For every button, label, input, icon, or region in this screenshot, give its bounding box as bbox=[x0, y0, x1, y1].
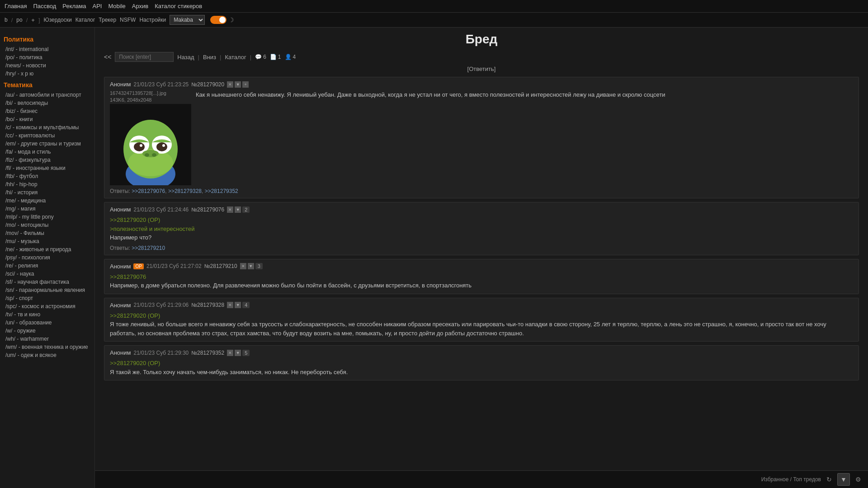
refresh-icon[interactable]: ↻ bbox=[826, 476, 832, 483]
sidebar-item-um[interactable]: /um/ - одеж и всякое bbox=[4, 351, 91, 359]
post-2-greentext: >полезностей и интересностей bbox=[110, 225, 853, 234]
board-nsfw[interactable]: NSFW bbox=[120, 17, 136, 23]
board-link-plus[interactable]: + bbox=[31, 17, 35, 23]
post-5-num[interactable]: №281279352 bbox=[191, 350, 224, 356]
theme-dropdown[interactable]: Makaba Futaba Burichan bbox=[170, 15, 205, 25]
post-4-icon-save[interactable]: ▼ bbox=[235, 302, 241, 308]
sidebar-item-hh[interactable]: /hh/ - hip-hop bbox=[4, 180, 91, 188]
post-2-reply-link-1[interactable]: >>281279210 bbox=[132, 245, 165, 251]
post-1-image[interactable] bbox=[110, 104, 191, 185]
post-5-quote[interactable]: >>281279020 (OP) bbox=[110, 359, 853, 368]
sidebar-item-spc[interactable]: /spc/ - космос и астрономия bbox=[4, 302, 91, 310]
nav-back-link[interactable]: Назад bbox=[177, 54, 194, 61]
sidebar-item-wm[interactable]: /wm/ - военная техника и оружие bbox=[4, 343, 91, 351]
post-icon-save[interactable]: ▼ bbox=[235, 81, 241, 88]
sidebar-item-w[interactable]: /w/ - оружие bbox=[4, 327, 91, 335]
nav-glavnaya[interactable]: Главная bbox=[5, 3, 27, 9]
post-4-date: 21/01/23 Суб 21:29:06 bbox=[133, 302, 189, 308]
svg-point-9 bbox=[162, 144, 165, 147]
nav-catalog-stickers[interactable]: Каталог стикеров bbox=[155, 3, 202, 9]
sidebar-item-hi[interactable]: /hi/ - история bbox=[4, 188, 91, 197]
sidebar-item-cc[interactable]: /cc/ - криптовалюты bbox=[4, 131, 91, 140]
post-icon-x[interactable]: ✕ bbox=[227, 81, 233, 88]
post-icon-expand[interactable]: + bbox=[242, 81, 249, 88]
sidebar-item-sf[interactable]: /sf/ - научная фантастика bbox=[4, 278, 91, 286]
nav-api[interactable]: API bbox=[93, 3, 102, 9]
sidebar-item-mu[interactable]: /mu/ - музыка bbox=[4, 237, 91, 245]
sidebar-item-bi[interactable]: /bi/ - велосипеды bbox=[4, 99, 91, 107]
post-1-reply-link-2[interactable]: >>281279328 bbox=[168, 188, 202, 194]
post-3-date: 21/01/23 Суб 21:27:02 bbox=[146, 263, 202, 269]
post-5-icon-save[interactable]: ▼ bbox=[235, 350, 241, 356]
nav-down-link[interactable]: Вниз bbox=[203, 54, 216, 61]
sidebar-item-ftb[interactable]: /ftb/ - футбол bbox=[4, 172, 91, 180]
post-1-num[interactable]: №281279020 bbox=[191, 81, 224, 88]
sidebar-item-au[interactable]: /au/ - автомобили и транспорт bbox=[4, 91, 91, 99]
theme-toggle[interactable] bbox=[210, 16, 226, 24]
sidebar-item-sn[interactable]: /sn/ - паранормальные явления bbox=[4, 286, 91, 294]
sidebar-item-mov[interactable]: /mov/ - Фильмы bbox=[4, 229, 91, 237]
sidebar-item-fiz[interactable]: /fiz/ - физкультура bbox=[4, 156, 91, 164]
board-settings[interactable]: Настройки bbox=[139, 17, 166, 23]
post-1-reply-link-3[interactable]: >>281279352 bbox=[205, 188, 238, 194]
sidebar-item-wh[interactable]: /wh/ - warhammer bbox=[4, 335, 91, 343]
sidebar-item-biz[interactable]: /biz/ - бизнес bbox=[4, 107, 91, 115]
settings-icon[interactable]: ⚙ bbox=[855, 476, 861, 483]
sidebar-item-news[interactable]: /news/ - новости bbox=[4, 61, 91, 70]
sidebar-item-int[interactable]: /int/ - international bbox=[4, 45, 91, 53]
sidebar-item-un[interactable]: /un/ - образование bbox=[4, 319, 91, 327]
search-input[interactable] bbox=[115, 52, 174, 62]
post-3-icon-save[interactable]: ▼ bbox=[248, 263, 254, 269]
post-2-quote[interactable]: >>281279020 (OP) bbox=[110, 216, 853, 225]
sidebar-item-sci[interactable]: /sci/ - наука bbox=[4, 270, 91, 278]
post-3-icon-x[interactable]: ✕ bbox=[240, 263, 246, 269]
post-2-icon-save[interactable]: ▼ bbox=[235, 206, 241, 213]
scroll-down-button[interactable]: ▼ bbox=[837, 473, 850, 486]
sidebar-item-mlp[interactable]: /mlp/ - my little pony bbox=[4, 213, 91, 221]
board-catalog[interactable]: Каталог bbox=[75, 17, 95, 23]
nav-arrows: << bbox=[104, 53, 111, 61]
post-4-quote[interactable]: >>281279020 (OP) bbox=[110, 311, 853, 320]
post-3-body-text: Например, в доме убраться полезно. Для р… bbox=[110, 281, 853, 290]
nav-reklama[interactable]: Реклама bbox=[62, 3, 86, 9]
board-link-b[interactable]: b bbox=[5, 17, 8, 23]
reply-button[interactable]: [Ответить] bbox=[467, 66, 496, 72]
svg-point-11 bbox=[145, 153, 149, 157]
post-1-reply-link-1[interactable]: >>281279076 bbox=[132, 188, 165, 194]
sidebar-item-fl[interactable]: /fl/ - иностранные языки bbox=[4, 164, 91, 172]
nav-mobile[interactable]: Mobile bbox=[108, 3, 125, 9]
post-5-date: 21/01/23 Суб 21:29:30 bbox=[133, 350, 189, 356]
post-3-quote[interactable]: >>281279076 bbox=[110, 272, 853, 282]
favorites-link[interactable]: Избранное / Топ тредов bbox=[761, 476, 821, 483]
board-userdoski[interactable]: Юзердоски bbox=[44, 17, 72, 23]
board-link-po[interactable]: po bbox=[16, 17, 22, 23]
post-5-icons: ✕ ▼ 5 bbox=[227, 350, 250, 356]
post-3-num[interactable]: №281279210 bbox=[204, 263, 237, 269]
sidebar-item-hry[interactable]: /hry/ - х р ю bbox=[4, 70, 91, 78]
post-1-file-size: 143K6, 2048x2048 bbox=[110, 97, 191, 103]
sidebar-item-mo[interactable]: /mo/ - мотоциклы bbox=[4, 221, 91, 229]
board-tracker[interactable]: Трекер bbox=[99, 17, 116, 23]
sidebar-item-po[interactable]: /po/ - политика bbox=[4, 53, 91, 61]
nav-catalog-link[interactable]: Каталог bbox=[225, 54, 246, 61]
sidebar-item-mg[interactable]: /mg/ - магия bbox=[4, 205, 91, 213]
post-5-icon-x[interactable]: ✕ bbox=[227, 350, 233, 356]
post-2-icon-x[interactable]: ✕ bbox=[227, 206, 233, 213]
nav-archive[interactable]: Архив bbox=[132, 3, 148, 9]
sidebar-item-bo[interactable]: /bo/ - книги bbox=[4, 115, 91, 123]
sidebar-item-em[interactable]: /em/ - другие страны и туризм bbox=[4, 140, 91, 148]
nav-password[interactable]: Пассвод bbox=[33, 3, 56, 9]
post-2-num[interactable]: №281279076 bbox=[191, 206, 224, 213]
sidebar-item-fa[interactable]: /fa/ - мода и стиль bbox=[4, 148, 91, 156]
sidebar-item-ne[interactable]: /ne/ - животные и природа bbox=[4, 245, 91, 253]
post-4-icon-x[interactable]: ✕ bbox=[227, 302, 233, 308]
sidebar-item-sp[interactable]: /sp/ - спорт bbox=[4, 294, 91, 302]
thread-controls: << Назад | Вниз | Каталог | 💬 6 📄 1 👤 4 bbox=[104, 52, 859, 62]
sidebar-item-psy[interactable]: /psy/ - психология bbox=[4, 253, 91, 262]
sidebar-item-c[interactable]: /c/ - комиксы и мультфильмы bbox=[4, 123, 91, 131]
post-4-num[interactable]: №281279328 bbox=[191, 302, 224, 308]
sidebar-item-tv[interactable]: /tv/ - тв и кино bbox=[4, 310, 91, 319]
sidebar-item-me[interactable]: /me/ - медицина bbox=[4, 197, 91, 205]
post-2-author: Аноним bbox=[110, 206, 131, 213]
sidebar-item-re[interactable]: /re/ - религия bbox=[4, 262, 91, 270]
